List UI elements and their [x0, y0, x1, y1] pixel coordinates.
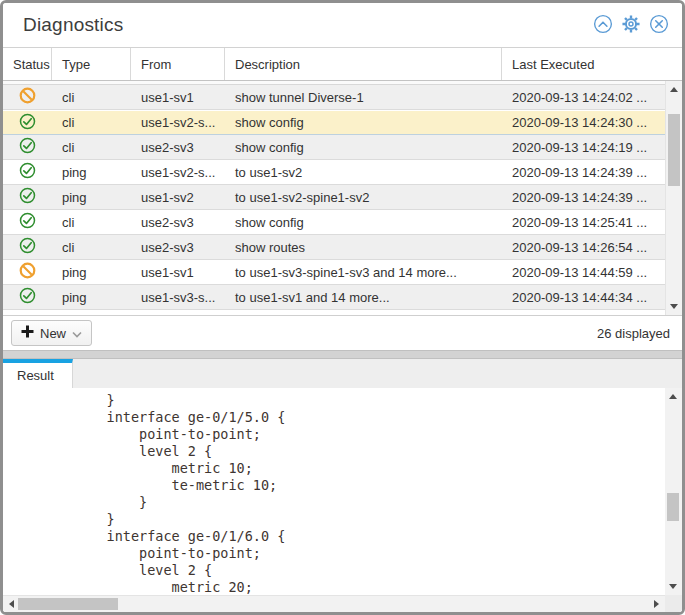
cell-last-executed: 2020-09-13 14:26:54 ... — [502, 235, 665, 259]
tab-result[interactable]: Result — [3, 359, 73, 388]
table-scroll-thumb[interactable] — [668, 114, 680, 186]
cell-from: use1-sv1 — [131, 85, 225, 109]
column-header-description[interactable]: Description — [225, 48, 502, 80]
table-row[interactable]: ping use1-sv2 to use1-sv2-spine1-sv2 202… — [3, 185, 665, 210]
title-bar: Diagnostics — [3, 3, 682, 48]
result-vertical-scrollbar[interactable] — [665, 388, 682, 595]
cell-last-executed: 2020-09-13 14:44:59 ... — [502, 260, 665, 284]
column-header-type[interactable]: Type — [52, 48, 131, 80]
cell-status — [3, 135, 52, 159]
cell-from: use2-sv3 — [131, 210, 225, 234]
table-row[interactable]: cli use2-sv3 show config 2020-09-13 14:2… — [3, 135, 665, 160]
status-success-icon — [19, 287, 36, 307]
table-header: Status Type From Description Last Execut… — [3, 48, 682, 81]
column-header-from[interactable]: From — [131, 48, 225, 80]
tab-strip: Result — [3, 359, 682, 388]
table-row[interactable]: cli use1-sv1 show tunnel Diverse-1 2020-… — [3, 85, 665, 110]
triangle-right-icon — [654, 600, 659, 608]
cell-description: show tunnel Diverse-1 — [225, 85, 502, 109]
table-row[interactable]: cli use2-sv3 show config 2020-09-13 14:2… — [3, 210, 665, 235]
cell-last-executed: 2020-09-13 14:44:34 ... — [502, 285, 665, 309]
triangle-up-icon — [669, 394, 677, 399]
result-code: } interface ge-0/1/5.0 { point-to-point;… — [3, 388, 665, 595]
gear-icon — [621, 14, 641, 37]
settings-button[interactable] — [621, 15, 641, 35]
cell-type: cli — [52, 111, 131, 134]
collapse-button[interactable] — [593, 15, 613, 35]
column-header-last-executed[interactable]: Last Executed — [502, 48, 682, 80]
cell-last-executed: 2020-09-13 14:24:30 ... — [502, 111, 665, 134]
cell-description: to use1-sv2 — [225, 160, 502, 184]
status-success-icon — [19, 237, 36, 257]
new-button-label: New — [40, 326, 66, 341]
result-vscroll-thumb[interactable] — [667, 493, 679, 521]
cell-type: cli — [52, 210, 131, 234]
cell-last-executed: 2020-09-13 14:24:02 ... — [502, 85, 665, 109]
table-row[interactable]: ping use1-sv2-s... to use1-sv2 2020-09-1… — [3, 160, 665, 185]
cell-last-executed: 2020-09-13 14:25:41 ... — [502, 210, 665, 234]
cell-status — [3, 260, 52, 284]
displayed-count: 26 displayed — [597, 326, 670, 341]
horizontal-splitter[interactable] — [3, 350, 682, 359]
scrollbar-corner — [665, 595, 682, 612]
cell-status — [3, 210, 52, 234]
cell-last-executed: 2020-09-13 14:24:19 ... — [502, 135, 665, 159]
cell-from: use2-sv3 — [131, 135, 225, 159]
cell-description: to use1-sv1 and 14 more... — [225, 285, 502, 309]
cell-type: ping — [52, 260, 131, 284]
chevron-down-icon — [72, 326, 82, 341]
triangle-left-icon — [9, 600, 14, 608]
cell-status — [3, 285, 52, 309]
status-success-icon — [19, 137, 36, 157]
triangle-up-icon — [670, 87, 678, 92]
cell-status — [3, 185, 52, 209]
table-scrollbar[interactable] — [665, 81, 682, 315]
triangle-down-icon — [670, 304, 678, 309]
triangle-down-icon — [669, 584, 677, 589]
cell-from: use2-sv3 — [131, 235, 225, 259]
close-button[interactable] — [649, 15, 669, 35]
status-success-icon — [19, 113, 36, 133]
cell-status — [3, 235, 52, 259]
cell-type: ping — [52, 285, 131, 309]
table-row[interactable]: cli use1-sv2-s... show config 2020-09-13… — [3, 110, 665, 135]
chevron-up-circle-icon — [593, 14, 613, 37]
tab-result-label: Result — [17, 368, 54, 383]
cell-description: show config — [225, 210, 502, 234]
cell-from: use1-sv2-s... — [131, 160, 225, 184]
table-row[interactable]: ping use1-sv1 to use1-sv3-spine1-sv3 and… — [3, 260, 665, 285]
table-row[interactable]: cli use2-sv3 show routes 2020-09-13 14:2… — [3, 235, 665, 260]
column-header-status[interactable]: Status — [3, 48, 52, 80]
close-circle-icon — [649, 14, 669, 37]
status-success-icon — [19, 212, 36, 232]
table-scroll-up-button[interactable] — [666, 81, 682, 98]
cell-description: show config — [225, 135, 502, 159]
result-hscroll-thumb[interactable] — [18, 598, 118, 610]
status-success-icon — [19, 187, 36, 207]
cell-description: show routes — [225, 235, 502, 259]
status-blocked-icon — [19, 87, 36, 107]
table-toolbar: New 26 displayed — [3, 315, 682, 350]
window-controls — [593, 15, 669, 35]
result-scroll-right-button[interactable] — [648, 596, 665, 612]
table-scroll-down-button[interactable] — [666, 298, 682, 315]
result-horizontal-scrollbar[interactable] — [3, 595, 665, 612]
cell-description: to use1-sv3-spine1-sv3 and 14 more... — [225, 260, 502, 284]
cell-description: to use1-sv2-spine1-sv2 — [225, 185, 502, 209]
cell-from: use1-sv2 — [131, 185, 225, 209]
cell-from: use1-sv3-s... — [131, 285, 225, 309]
panel-title: Diagnostics — [23, 14, 123, 36]
cell-status — [3, 85, 52, 109]
status-blocked-icon — [19, 262, 36, 282]
cell-from: use1-sv1 — [131, 260, 225, 284]
table-rows: cli use1-sv1 show tunnel Diverse-1 2020-… — [3, 81, 665, 315]
cell-type: cli — [52, 85, 131, 109]
new-button[interactable]: New — [11, 320, 92, 346]
result-scroll-down-button[interactable] — [665, 578, 681, 595]
cell-status — [3, 111, 52, 134]
cell-description: show config — [225, 111, 502, 134]
cell-from: use1-sv2-s... — [131, 111, 225, 134]
cell-last-executed: 2020-09-13 14:24:39 ... — [502, 185, 665, 209]
table-row[interactable]: ping use1-sv3-s... to use1-sv1 and 14 mo… — [3, 285, 665, 310]
result-scroll-up-button[interactable] — [665, 388, 681, 405]
